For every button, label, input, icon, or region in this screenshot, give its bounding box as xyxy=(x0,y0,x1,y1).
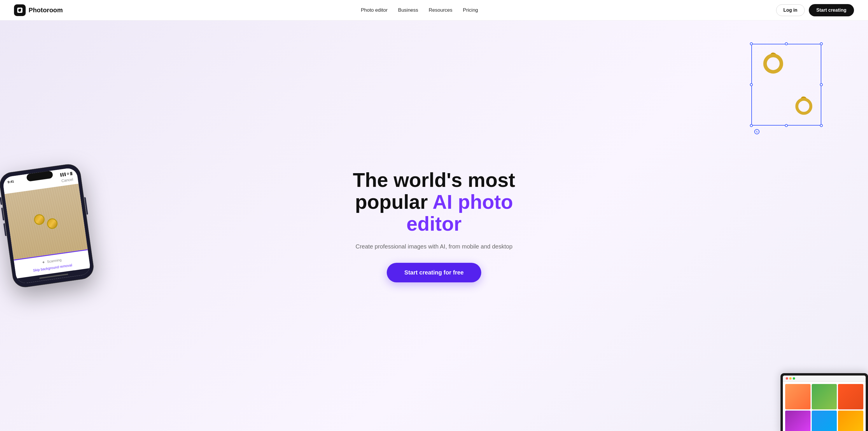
scanning-label: Scanning xyxy=(46,258,62,264)
gold-earring-1 xyxy=(760,50,786,76)
svg-point-3 xyxy=(765,56,781,72)
hero-title: The world's most popular AI photo editor xyxy=(353,169,515,234)
login-button[interactable]: Log in xyxy=(776,4,805,16)
hero-title-line2: popular xyxy=(355,191,433,213)
hero-subtitle: Create professional images with AI, from… xyxy=(353,242,515,251)
handle-bottom-left[interactable] xyxy=(750,124,753,127)
phone-status-icons: ▐▐▐ ⊙ ▓ xyxy=(59,171,73,176)
handle-top-left[interactable] xyxy=(750,42,753,45)
handle-bottom-middle[interactable] xyxy=(785,124,788,127)
handle-top-right[interactable] xyxy=(820,42,823,45)
thumbnail-1 xyxy=(785,384,810,409)
nav-link-pricing[interactable]: Pricing xyxy=(463,7,478,13)
laptop-content-grid xyxy=(783,382,866,431)
rotate-handle[interactable]: ↻ xyxy=(754,129,760,134)
laptop-screen xyxy=(780,373,868,431)
window-minimize-dot xyxy=(789,377,792,380)
svg-point-5 xyxy=(797,99,811,113)
selection-box: ↻ xyxy=(751,44,822,125)
earring-item-2 xyxy=(46,218,58,230)
logo-icon xyxy=(14,4,26,16)
hero-title-line1: The world's most xyxy=(353,169,515,191)
handle-top-middle[interactable] xyxy=(785,42,788,45)
laptop-inner xyxy=(783,375,866,431)
wifi-icon: ⊙ xyxy=(66,172,69,175)
earring-item-1 xyxy=(33,213,45,225)
phone-side-btn-power xyxy=(84,197,88,214)
hero-title-highlight: AI photo xyxy=(433,191,513,213)
scan-spinner-icon: ✦ xyxy=(41,260,45,265)
hero-cta-button[interactable]: Start creating for free xyxy=(387,263,481,282)
thumbnail-2 xyxy=(812,384,837,409)
phone-side-btn-vol-up xyxy=(1,208,4,221)
cancel-label: Cancel xyxy=(61,177,73,183)
nav-link-photo-editor[interactable]: Photo editor xyxy=(361,7,388,13)
phone-image-area xyxy=(5,184,88,260)
phone-mockup: 9:41 ▐▐▐ ⊙ ▓ Cancel xyxy=(0,163,95,289)
thumbnail-6 xyxy=(838,410,863,431)
hero-title-line3: editor xyxy=(407,212,462,235)
phone-side-btn-mute xyxy=(0,197,2,205)
window-close-dot xyxy=(786,377,788,380)
nav-link-business[interactable]: Business xyxy=(398,7,418,13)
start-creating-button[interactable]: Start creating xyxy=(809,4,854,16)
phone-screen: 9:41 ▐▐▐ ⊙ ▓ Cancel xyxy=(2,167,91,284)
thumbnail-3 xyxy=(838,384,863,409)
window-maximize-dot xyxy=(793,377,795,380)
hero-content: The world's most popular AI photo editor… xyxy=(347,157,521,294)
phone-time: 9:41 xyxy=(7,179,14,184)
logo-text: Photoroom xyxy=(29,6,63,14)
signal-icon: ▐▐▐ xyxy=(59,172,66,176)
earring-preview xyxy=(27,208,65,236)
nav-links: Photo editor Business Resources Pricing xyxy=(361,7,478,13)
navigation: Photoroom Photo editor Business Resource… xyxy=(0,0,868,21)
scanning-status: ✦ Scanning xyxy=(41,258,62,265)
handle-middle-right[interactable] xyxy=(820,83,823,86)
laptop-mockup xyxy=(780,373,868,431)
laptop-toolbar xyxy=(783,375,866,382)
nav-actions: Log in Start creating xyxy=(776,4,854,16)
phone-side-btn-vol-down xyxy=(3,223,6,236)
logo[interactable]: Photoroom xyxy=(14,4,63,16)
gold-earring-2 xyxy=(792,93,815,117)
svg-point-1 xyxy=(20,8,21,10)
earrings-float: ↻ xyxy=(751,44,822,125)
handle-middle-left[interactable] xyxy=(750,83,753,86)
thumbnail-5 xyxy=(812,410,837,431)
hero-section: 9:41 ▐▐▐ ⊙ ▓ Cancel xyxy=(0,21,868,431)
thumbnail-4 xyxy=(785,410,810,431)
battery-icon: ▓ xyxy=(70,171,73,175)
handle-bottom-right[interactable] xyxy=(820,124,823,127)
nav-link-resources[interactable]: Resources xyxy=(429,7,453,13)
home-bar xyxy=(39,274,68,279)
